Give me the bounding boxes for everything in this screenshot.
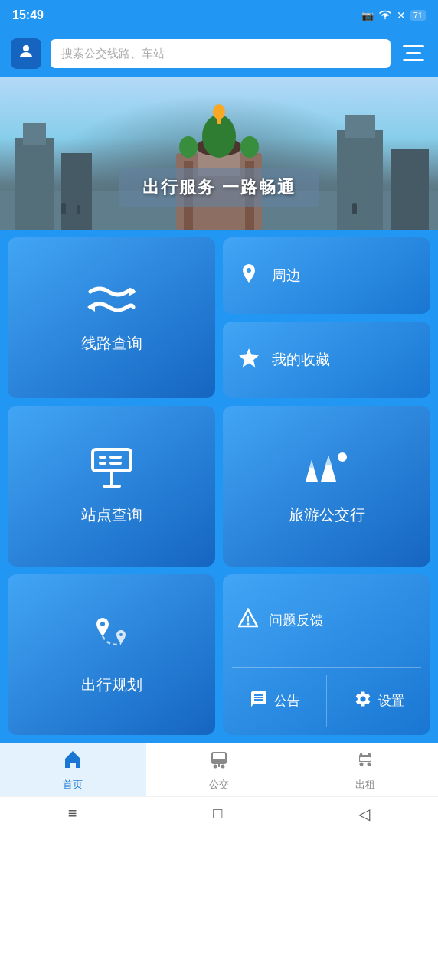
bottom-row: 公告 设置 <box>223 668 430 736</box>
announce-icon <box>250 690 268 713</box>
banner: 出行服务 一路畅通 <box>0 77 438 230</box>
nav-bus[interactable]: 公交 <box>146 743 293 796</box>
favorites-card[interactable]: 我的收藏 <box>223 322 430 398</box>
right-stack-1: 周边 我的收藏 <box>223 237 430 398</box>
svg-rect-28 <box>99 456 106 459</box>
avatar-button[interactable] <box>11 38 41 69</box>
banner-text: 出行服务 一路畅通 <box>142 178 296 197</box>
system-back-button[interactable]: ◁ <box>343 799 385 829</box>
favorites-label: 我的收藏 <box>272 350 330 370</box>
svg-rect-33 <box>103 485 121 488</box>
svg-point-41 <box>247 622 250 625</box>
feedback-card[interactable]: 问题反馈 <box>223 574 430 667</box>
station-query-card[interactable]: 站点查询 <box>8 406 215 567</box>
svg-point-44 <box>214 765 217 769</box>
search-placeholder: 搜索公交线路、车站 <box>61 47 165 61</box>
location-icon <box>238 263 260 289</box>
star-icon <box>238 347 260 374</box>
svg-rect-1 <box>403 45 424 47</box>
svg-rect-31 <box>110 462 122 465</box>
route-icon <box>87 283 136 322</box>
svg-rect-8 <box>337 130 383 230</box>
trip-plan-label: 出行规划 <box>81 675 142 695</box>
svg-rect-50 <box>362 753 368 755</box>
system-navigation: ≡ □ ◁ <box>0 796 438 830</box>
home-label: 首页 <box>63 778 83 792</box>
taxi-label: 出租 <box>355 778 375 792</box>
svg-rect-49 <box>360 757 371 761</box>
home-icon <box>62 748 83 775</box>
svg-point-0 <box>23 45 29 51</box>
bus-label: 公交 <box>209 778 229 792</box>
nearby-card[interactable]: 周边 <box>223 237 430 314</box>
nearby-label: 周边 <box>272 266 301 286</box>
svg-rect-29 <box>99 462 106 465</box>
svg-rect-43 <box>213 753 225 760</box>
svg-marker-36 <box>309 460 314 468</box>
nav-taxi[interactable]: 出租 <box>292 743 438 796</box>
svg-point-47 <box>359 763 363 766</box>
nav-home[interactable]: 首页 <box>0 743 146 796</box>
route-query-card[interactable]: 线路查询 <box>8 237 215 398</box>
travel-icon <box>302 448 351 494</box>
svg-point-45 <box>221 765 225 769</box>
travel-bus-card[interactable]: 旅游公交行 <box>223 406 430 567</box>
header: 搜索公交线路、车站 <box>0 31 438 77</box>
status-time: 15:49 <box>12 8 44 22</box>
system-home-button[interactable]: □ <box>198 799 237 828</box>
svg-rect-40 <box>247 616 249 622</box>
svg-rect-7 <box>61 153 92 230</box>
search-bar[interactable]: 搜索公交线路、车站 <box>51 39 391 68</box>
svg-marker-26 <box>239 348 259 368</box>
svg-rect-23 <box>352 203 357 214</box>
svg-point-38 <box>338 452 347 462</box>
travel-bus-label: 旅游公交行 <box>289 505 365 525</box>
menu-button[interactable] <box>400 40 427 67</box>
close-icon: ✕ <box>397 9 406 21</box>
svg-rect-30 <box>110 456 122 459</box>
svg-rect-6 <box>23 122 46 145</box>
svg-rect-22 <box>77 205 80 214</box>
svg-marker-24 <box>129 287 136 296</box>
svg-rect-21 <box>61 203 66 214</box>
svg-marker-37 <box>325 456 332 465</box>
main-grid: 线路查询 周边 我的收藏 <box>0 230 438 743</box>
settings-icon <box>354 690 372 713</box>
battery-icon: 71 <box>410 10 426 21</box>
svg-rect-5 <box>15 138 54 230</box>
wifi-icon <box>378 9 392 22</box>
settings-label: 设置 <box>378 692 404 710</box>
menu-icon <box>403 45 424 62</box>
trip-plan-card[interactable]: 出行规划 <box>8 574 215 735</box>
taxi-icon <box>355 748 376 775</box>
svg-point-19 <box>179 136 198 158</box>
utility-card: 问题反馈 公告 设置 <box>223 574 430 735</box>
system-menu-button[interactable]: ≡ <box>53 799 93 828</box>
svg-point-48 <box>367 763 371 766</box>
bus-icon <box>208 748 230 775</box>
svg-rect-46 <box>218 764 220 767</box>
svg-rect-27 <box>93 449 131 471</box>
announcement-card[interactable]: 公告 <box>223 668 326 736</box>
warning-icon <box>238 608 258 633</box>
busstop-icon <box>89 448 135 494</box>
settings-card[interactable]: 设置 <box>327 668 430 736</box>
svg-point-18 <box>213 104 225 119</box>
banner-cityscape <box>0 92 438 230</box>
station-query-label: 站点查询 <box>81 505 142 525</box>
svg-marker-25 <box>87 302 95 312</box>
svg-rect-2 <box>406 52 421 54</box>
announcement-label: 公告 <box>274 692 300 710</box>
user-icon <box>17 42 35 65</box>
status-icons: 📷 ✕ 71 <box>361 9 426 22</box>
feedback-label: 问题反馈 <box>269 611 324 629</box>
svg-rect-10 <box>391 149 429 230</box>
plan-icon <box>87 615 136 664</box>
svg-point-20 <box>240 136 259 158</box>
svg-rect-3 <box>403 59 424 61</box>
status-bar: 15:49 📷 ✕ 71 <box>0 0 438 31</box>
camera-icon: 📷 <box>361 10 374 21</box>
route-query-label: 线路查询 <box>81 333 142 354</box>
bottom-navigation: 首页 公交 出租 <box>0 743 438 796</box>
svg-rect-9 <box>345 115 375 138</box>
